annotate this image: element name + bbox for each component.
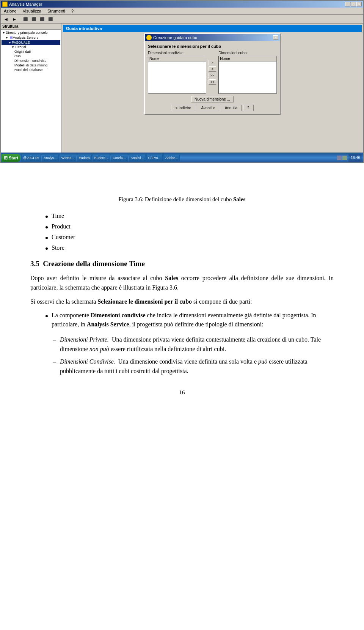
tree-item-mining[interactable]: Modelli di data mining <box>2 63 60 68</box>
new-dim-button[interactable]: Nuova dimensione ... <box>191 96 234 102</box>
taskbar-item-3[interactable]: Eudora <box>77 154 92 162</box>
toolbar-btn-3[interactable]: ⬛ <box>22 16 29 22</box>
toolbar-btn-6[interactable]: ⬛ <box>47 16 54 22</box>
list-item-customer: Customer <box>46 233 334 242</box>
arrow-left-all-btn[interactable]: << <box>209 79 217 85</box>
arrow-right-btn[interactable]: > <box>209 60 217 65</box>
taskbar-clock: 16:46 <box>348 154 362 162</box>
bullet-dot-customer <box>46 237 48 239</box>
tree-item-origini[interactable]: Origini dati <box>2 49 60 54</box>
minimize-button[interactable]: _ <box>345 2 350 6</box>
taskbar-item-1[interactable]: Analys... <box>42 154 59 162</box>
dialog-footer: Nuova dimensione ... <box>148 96 277 102</box>
list-item-product-label: Product <box>52 222 71 231</box>
maximize-button[interactable]: □ <box>351 2 356 6</box>
dash-2: – <box>53 357 56 376</box>
bullet-dot-product <box>46 226 48 228</box>
menu-azione[interactable]: Azione <box>2 8 18 14</box>
tree-item-tutorial[interactable]: ▼ Tutorial <box>2 45 60 49</box>
tree-label: Directory principale console <box>6 31 48 35</box>
cancel-button[interactable]: Annulla <box>221 105 242 111</box>
arrow-left-btn[interactable]: < <box>209 66 217 72</box>
paragraph-1: Dopo aver definito le misure da associar… <box>30 274 334 293</box>
list-item-store-label: Store <box>52 243 64 252</box>
tree-label-4: Tutorial <box>15 45 26 49</box>
shared-dim-label: Dimensioni condivise: <box>148 51 206 55</box>
bullet-dot-dim <box>46 315 48 317</box>
dialog-title-icon <box>146 35 152 40</box>
start-button[interactable]: ⊞ Start <box>2 154 20 162</box>
dim-type-private: – Dimensioni Private. Una dimensione pri… <box>53 335 334 354</box>
toolbar-btn-4[interactable]: ⬛ <box>30 16 38 22</box>
toolbar-sep-1 <box>20 16 20 22</box>
tree-item-dim[interactable]: Dimensioni condivise <box>2 58 60 63</box>
screenshot-window: Analysis Manager _ □ ✕ Azione Visualizza… <box>0 0 364 163</box>
section-number: 3.5 Creazione della dimensione Time <box>30 260 145 268</box>
tree-item-cubi[interactable]: Cubi <box>2 54 60 58</box>
taskbar-items: @2004-05 Analys... WinEd... Eudora Eudor… <box>21 154 336 162</box>
toolbar-btn-1[interactable]: ◀ <box>2 16 10 22</box>
tree-label-7: Dimensioni condivise <box>14 59 47 63</box>
list-item-product: Product <box>46 222 334 231</box>
menu-strumenti[interactable]: Strumenti <box>46 8 67 14</box>
sub-list-item-dim: La componente Dimensioni condivise che i… <box>46 311 334 329</box>
toolbar-btn-2[interactable]: ▶ <box>11 16 18 22</box>
cube-dim-label: Dimensioni cubo: <box>218 51 277 55</box>
help-button[interactable]: ? <box>243 105 254 111</box>
taskbar-item-6[interactable]: Analisi... <box>129 154 146 162</box>
dim-type-condivise: – Dimensioni Condivise. Una dimensione c… <box>53 357 334 376</box>
document-content: Figura 3.6: Definizione delle dimensioni… <box>0 172 364 427</box>
section-heading: 3.5 Creazione della dimensione Time <box>30 258 334 269</box>
dialog-title-area: Creazione guidata cubo <box>146 35 197 40</box>
dialog-panels: Dimensioni condivise: Nome > < >> << <box>148 51 277 94</box>
menu-help[interactable]: ? <box>70 8 75 14</box>
taskbar-item-4[interactable]: Eudoro... <box>93 154 110 162</box>
tree-item-pasquale[interactable]: ▼ PASQUALE <box>2 40 60 45</box>
tree-item-servers[interactable]: ▼ 🖥 Analysis Servers <box>2 35 60 40</box>
cube-dim-list: Nome <box>218 56 277 94</box>
dialog-close-btn[interactable]: ✕ <box>273 35 278 40</box>
guide-header: Guida introduttiva <box>63 25 362 32</box>
toolbar-btn-5[interactable]: ⬛ <box>38 16 46 22</box>
sub-list-item-dim-text: La componente Dimensioni condivise che i… <box>52 311 334 329</box>
taskbar-item-8[interactable]: Adobe... <box>163 154 180 162</box>
taskbar-tray <box>336 156 348 160</box>
tree-label-8: Modelli di data mining <box>14 63 47 67</box>
shared-dim-list: Nome <box>148 56 206 94</box>
sub-bullet-list-outer: La componente Dimensioni condivise che i… <box>46 311 334 329</box>
dash-1: – <box>53 335 56 354</box>
expand-icon-4: ▼ <box>11 46 14 49</box>
dialog-titlebar: Creazione guidata cubo ✕ <box>145 34 280 41</box>
close-button[interactable]: ✕ <box>356 2 362 6</box>
list-item-time-label: Time <box>52 211 64 220</box>
shared-dim-panel: Dimensioni condivise: Nome <box>148 51 206 94</box>
server-icon: 🖥 <box>9 35 13 40</box>
tray-icon-2 <box>342 156 347 160</box>
dialog-subtitle: Selezionare le dimensioni per il cubo <box>148 44 277 49</box>
tree-label-3: PASQUALE <box>12 41 30 44</box>
tree-item-ruoli[interactable]: Ruoli del database <box>2 68 60 72</box>
taskbar-item-7[interactable]: C:\Pro... <box>146 154 163 162</box>
back-button[interactable]: < Indietro <box>171 105 195 111</box>
expand-icon-2: ▼ <box>5 36 8 39</box>
titlebar-buttons: _ □ ✕ <box>345 2 362 6</box>
list-item-customer-label: Customer <box>52 233 75 242</box>
cube-dim-panel: Dimensioni cubo: Nome <box>218 51 277 94</box>
arrow-right-all-btn[interactable]: >> <box>209 73 217 78</box>
list-item-time: Time <box>46 211 334 220</box>
dialog-nav: < Indietro Avanti > Annulla ? <box>148 105 277 111</box>
expand-icon: ▼ <box>2 31 5 35</box>
dim-type-condivise-text: Dimensioni Condivise. Una dimensione con… <box>60 357 334 376</box>
next-button[interactable]: Avanti > <box>197 105 219 111</box>
tree-item-root[interactable]: ▼ Directory principale console <box>2 30 60 35</box>
taskbar: ⊞ Start @2004-05 Analys... WinEd... Eudo… <box>1 153 363 162</box>
taskbar-item-5[interactable]: CorelD... <box>111 154 128 162</box>
expand-icon-3: ▼ <box>8 41 11 44</box>
taskbar-item-2[interactable]: WinEd... <box>60 154 76 162</box>
cube-dim-header: Nome <box>219 56 276 61</box>
taskbar-item-0[interactable]: @2004-05 <box>21 154 41 162</box>
menu-visualizza[interactable]: Visualizza <box>21 8 43 14</box>
sidebar-header: Struttura <box>1 24 61 30</box>
shared-dim-header: Nome <box>148 56 206 61</box>
list-item-store: Store <box>46 243 334 252</box>
